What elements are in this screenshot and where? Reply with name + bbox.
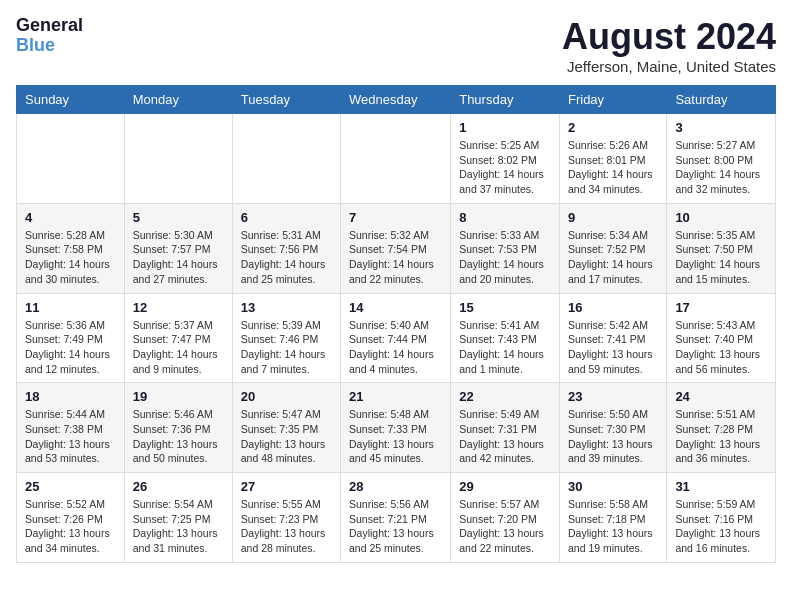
day-detail: Sunrise: 5:31 AMSunset: 7:56 PMDaylight:… xyxy=(241,228,332,287)
header-wednesday: Wednesday xyxy=(341,86,451,114)
calendar-header-row: Sunday Monday Tuesday Wednesday Thursday… xyxy=(17,86,776,114)
day-number: 23 xyxy=(568,389,658,404)
day-detail: Sunrise: 5:28 AMSunset: 7:58 PMDaylight:… xyxy=(25,228,116,287)
calendar-cell: 11 Sunrise: 5:36 AMSunset: 7:49 PMDaylig… xyxy=(17,293,125,383)
day-number: 28 xyxy=(349,479,442,494)
calendar-cell: 23 Sunrise: 5:50 AMSunset: 7:30 PMDaylig… xyxy=(559,383,666,473)
day-detail: Sunrise: 5:46 AMSunset: 7:36 PMDaylight:… xyxy=(133,407,224,466)
day-number: 25 xyxy=(25,479,116,494)
calendar-week-row: 4 Sunrise: 5:28 AMSunset: 7:58 PMDayligh… xyxy=(17,203,776,293)
calendar-cell: 24 Sunrise: 5:51 AMSunset: 7:28 PMDaylig… xyxy=(667,383,776,473)
calendar-cell: 8 Sunrise: 5:33 AMSunset: 7:53 PMDayligh… xyxy=(451,203,560,293)
day-detail: Sunrise: 5:37 AMSunset: 7:47 PMDaylight:… xyxy=(133,318,224,377)
logo-text: GeneralBlue xyxy=(16,16,83,56)
day-detail: Sunrise: 5:41 AMSunset: 7:43 PMDaylight:… xyxy=(459,318,551,377)
calendar-cell: 16 Sunrise: 5:42 AMSunset: 7:41 PMDaylig… xyxy=(559,293,666,383)
day-detail: Sunrise: 5:43 AMSunset: 7:40 PMDaylight:… xyxy=(675,318,767,377)
day-detail: Sunrise: 5:40 AMSunset: 7:44 PMDaylight:… xyxy=(349,318,442,377)
day-number: 7 xyxy=(349,210,442,225)
header-sunday: Sunday xyxy=(17,86,125,114)
day-number: 19 xyxy=(133,389,224,404)
calendar-week-row: 25 Sunrise: 5:52 AMSunset: 7:26 PMDaylig… xyxy=(17,473,776,563)
day-detail: Sunrise: 5:39 AMSunset: 7:46 PMDaylight:… xyxy=(241,318,332,377)
day-number: 6 xyxy=(241,210,332,225)
calendar-table: Sunday Monday Tuesday Wednesday Thursday… xyxy=(16,85,776,563)
calendar-cell: 29 Sunrise: 5:57 AMSunset: 7:20 PMDaylig… xyxy=(451,473,560,563)
day-number: 26 xyxy=(133,479,224,494)
calendar-cell xyxy=(232,114,340,204)
day-number: 5 xyxy=(133,210,224,225)
calendar-cell: 26 Sunrise: 5:54 AMSunset: 7:25 PMDaylig… xyxy=(124,473,232,563)
day-detail: Sunrise: 5:35 AMSunset: 7:50 PMDaylight:… xyxy=(675,228,767,287)
calendar-cell: 20 Sunrise: 5:47 AMSunset: 7:35 PMDaylig… xyxy=(232,383,340,473)
day-number: 2 xyxy=(568,120,658,135)
day-detail: Sunrise: 5:54 AMSunset: 7:25 PMDaylight:… xyxy=(133,497,224,556)
day-detail: Sunrise: 5:50 AMSunset: 7:30 PMDaylight:… xyxy=(568,407,658,466)
header-tuesday: Tuesday xyxy=(232,86,340,114)
day-detail: Sunrise: 5:49 AMSunset: 7:31 PMDaylight:… xyxy=(459,407,551,466)
calendar-cell: 22 Sunrise: 5:49 AMSunset: 7:31 PMDaylig… xyxy=(451,383,560,473)
day-number: 18 xyxy=(25,389,116,404)
day-detail: Sunrise: 5:57 AMSunset: 7:20 PMDaylight:… xyxy=(459,497,551,556)
day-number: 20 xyxy=(241,389,332,404)
day-number: 11 xyxy=(25,300,116,315)
day-detail: Sunrise: 5:52 AMSunset: 7:26 PMDaylight:… xyxy=(25,497,116,556)
calendar-cell: 21 Sunrise: 5:48 AMSunset: 7:33 PMDaylig… xyxy=(341,383,451,473)
month-year-title: August 2024 xyxy=(562,16,776,58)
calendar-cell: 9 Sunrise: 5:34 AMSunset: 7:52 PMDayligh… xyxy=(559,203,666,293)
day-number: 13 xyxy=(241,300,332,315)
calendar-cell: 15 Sunrise: 5:41 AMSunset: 7:43 PMDaylig… xyxy=(451,293,560,383)
day-detail: Sunrise: 5:55 AMSunset: 7:23 PMDaylight:… xyxy=(241,497,332,556)
header-friday: Friday xyxy=(559,86,666,114)
day-detail: Sunrise: 5:25 AMSunset: 8:02 PMDaylight:… xyxy=(459,138,551,197)
day-detail: Sunrise: 5:27 AMSunset: 8:00 PMDaylight:… xyxy=(675,138,767,197)
day-detail: Sunrise: 5:47 AMSunset: 7:35 PMDaylight:… xyxy=(241,407,332,466)
day-detail: Sunrise: 5:42 AMSunset: 7:41 PMDaylight:… xyxy=(568,318,658,377)
calendar-cell: 25 Sunrise: 5:52 AMSunset: 7:26 PMDaylig… xyxy=(17,473,125,563)
day-number: 15 xyxy=(459,300,551,315)
calendar-cell: 2 Sunrise: 5:26 AMSunset: 8:01 PMDayligh… xyxy=(559,114,666,204)
calendar-cell xyxy=(17,114,125,204)
calendar-cell xyxy=(341,114,451,204)
day-number: 31 xyxy=(675,479,767,494)
day-number: 27 xyxy=(241,479,332,494)
calendar-cell: 13 Sunrise: 5:39 AMSunset: 7:46 PMDaylig… xyxy=(232,293,340,383)
day-number: 9 xyxy=(568,210,658,225)
day-detail: Sunrise: 5:30 AMSunset: 7:57 PMDaylight:… xyxy=(133,228,224,287)
calendar-cell xyxy=(124,114,232,204)
calendar-cell: 5 Sunrise: 5:30 AMSunset: 7:57 PMDayligh… xyxy=(124,203,232,293)
day-detail: Sunrise: 5:32 AMSunset: 7:54 PMDaylight:… xyxy=(349,228,442,287)
day-number: 1 xyxy=(459,120,551,135)
day-number: 10 xyxy=(675,210,767,225)
day-number: 4 xyxy=(25,210,116,225)
day-number: 17 xyxy=(675,300,767,315)
title-area: August 2024 Jefferson, Maine, United Sta… xyxy=(562,16,776,75)
day-number: 21 xyxy=(349,389,442,404)
header-thursday: Thursday xyxy=(451,86,560,114)
location-subtitle: Jefferson, Maine, United States xyxy=(562,58,776,75)
day-number: 12 xyxy=(133,300,224,315)
calendar-cell: 17 Sunrise: 5:43 AMSunset: 7:40 PMDaylig… xyxy=(667,293,776,383)
day-detail: Sunrise: 5:44 AMSunset: 7:38 PMDaylight:… xyxy=(25,407,116,466)
calendar-cell: 3 Sunrise: 5:27 AMSunset: 8:00 PMDayligh… xyxy=(667,114,776,204)
calendar-cell: 6 Sunrise: 5:31 AMSunset: 7:56 PMDayligh… xyxy=(232,203,340,293)
calendar-cell: 19 Sunrise: 5:46 AMSunset: 7:36 PMDaylig… xyxy=(124,383,232,473)
day-detail: Sunrise: 5:36 AMSunset: 7:49 PMDaylight:… xyxy=(25,318,116,377)
calendar-cell: 18 Sunrise: 5:44 AMSunset: 7:38 PMDaylig… xyxy=(17,383,125,473)
calendar-week-row: 1 Sunrise: 5:25 AMSunset: 8:02 PMDayligh… xyxy=(17,114,776,204)
calendar-cell: 12 Sunrise: 5:37 AMSunset: 7:47 PMDaylig… xyxy=(124,293,232,383)
calendar-cell: 10 Sunrise: 5:35 AMSunset: 7:50 PMDaylig… xyxy=(667,203,776,293)
day-detail: Sunrise: 5:48 AMSunset: 7:33 PMDaylight:… xyxy=(349,407,442,466)
calendar-week-row: 11 Sunrise: 5:36 AMSunset: 7:49 PMDaylig… xyxy=(17,293,776,383)
calendar-cell: 7 Sunrise: 5:32 AMSunset: 7:54 PMDayligh… xyxy=(341,203,451,293)
day-number: 16 xyxy=(568,300,658,315)
day-detail: Sunrise: 5:33 AMSunset: 7:53 PMDaylight:… xyxy=(459,228,551,287)
calendar-cell: 31 Sunrise: 5:59 AMSunset: 7:16 PMDaylig… xyxy=(667,473,776,563)
day-number: 29 xyxy=(459,479,551,494)
day-number: 22 xyxy=(459,389,551,404)
logo: General Blue GeneralBlue xyxy=(16,16,83,56)
day-number: 3 xyxy=(675,120,767,135)
day-detail: Sunrise: 5:58 AMSunset: 7:18 PMDaylight:… xyxy=(568,497,658,556)
day-detail: Sunrise: 5:51 AMSunset: 7:28 PMDaylight:… xyxy=(675,407,767,466)
calendar-cell: 1 Sunrise: 5:25 AMSunset: 8:02 PMDayligh… xyxy=(451,114,560,204)
